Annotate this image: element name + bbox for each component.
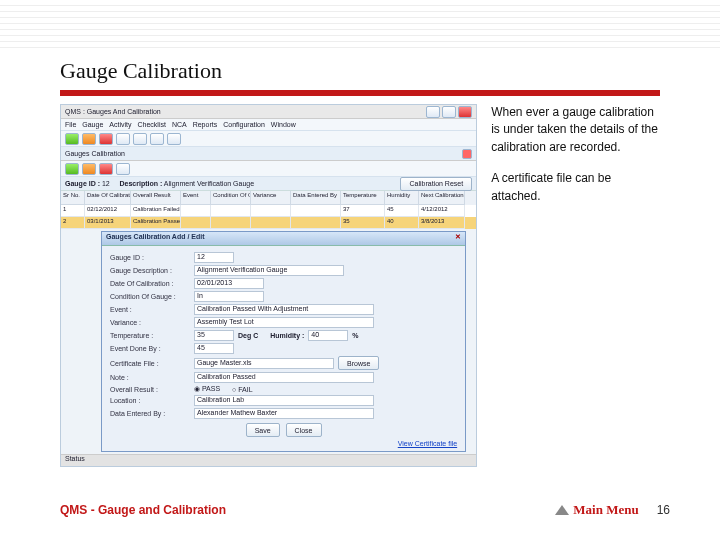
cell [211, 217, 251, 229]
main-menu-label: Main Menu [573, 502, 638, 518]
humidity-label: Humidity : [270, 332, 304, 339]
menu-item[interactable]: File [65, 121, 76, 128]
menu-item[interactable]: NCA [172, 121, 187, 128]
cell: 1 [61, 205, 85, 217]
date-field[interactable]: 02/01/2013 [194, 278, 264, 289]
cell [291, 217, 341, 229]
cell: 35 [341, 217, 385, 229]
browse-button[interactable]: Browse [338, 356, 379, 370]
variance-field[interactable]: Assembly Test Lot [194, 317, 374, 328]
tab-title: Gauges Calibration [65, 150, 125, 157]
cell [211, 205, 251, 217]
field-label: Condition Of Gauge : [110, 293, 190, 300]
add-icon[interactable] [65, 163, 79, 175]
column-header[interactable]: Temperature [341, 191, 385, 205]
menu-item[interactable]: Configuration [223, 121, 265, 128]
menu-item[interactable]: Gauge [82, 121, 103, 128]
gauge-id-field: 12 [194, 252, 234, 263]
field-label: Event : [110, 306, 190, 313]
column-header[interactable]: Sr No. [61, 191, 85, 205]
menu-item[interactable]: Reports [193, 121, 218, 128]
toolbar-icon[interactable] [116, 133, 130, 145]
enteredby-field: Alexander Mathew Baxter [194, 408, 374, 419]
pass-radio[interactable]: ◉ PASS [194, 385, 220, 393]
ruled-background-top [0, 0, 720, 48]
field-label: Gauge ID : [110, 254, 190, 261]
field-label: Variance : [110, 319, 190, 326]
toolbar-icon[interactable] [150, 133, 164, 145]
dialog-close-icon[interactable]: ✕ [455, 233, 461, 244]
description-value: Alignment Verification Gauge [164, 180, 254, 187]
maximize-icon[interactable] [442, 106, 456, 118]
table-row[interactable]: 102/12/2012Calibration Failed37454/12/20… [61, 205, 476, 217]
edit-icon[interactable] [82, 163, 96, 175]
close-button[interactable]: Close [286, 423, 322, 437]
degc-label: Deg C [238, 332, 258, 339]
calibration-reset-button[interactable]: Calibration Reset [400, 177, 472, 191]
field-label: Data Entered By : [110, 410, 190, 417]
certificate-field[interactable]: Gauge Master.xls [194, 358, 334, 369]
save-button[interactable]: Save [246, 423, 280, 437]
event-field[interactable]: Calibration Passed With Adjustment [194, 304, 374, 315]
column-header[interactable]: Condition Of Gauge [211, 191, 251, 205]
view-certificate-link[interactable]: View Certificate file [398, 440, 457, 447]
minimize-icon[interactable] [426, 106, 440, 118]
eventby-field[interactable]: 45 [194, 343, 234, 354]
slide-body-text: When ever a gauge calibration is under t… [491, 104, 660, 219]
add-icon[interactable] [65, 133, 79, 145]
note-field[interactable]: Calibration Passed [194, 372, 374, 383]
subheader: Gauge ID : 12 Description : Alignment Ve… [61, 177, 476, 191]
edit-icon[interactable] [82, 133, 96, 145]
grid-header: Sr No.Date Of CalibrationOverall ResultE… [61, 191, 476, 205]
fail-radio[interactable]: ○ FAIL [232, 386, 253, 393]
field-label: Date Of Calibration : [110, 280, 190, 287]
page-number: 16 [657, 503, 670, 517]
table-row[interactable]: 203/1/2013Calibration Passed35403/8/2013 [61, 217, 476, 229]
cell [181, 205, 211, 217]
field-label: Temperature : [110, 332, 190, 339]
body-paragraph: When ever a gauge calibration is under t… [491, 104, 660, 156]
toolbar-icon[interactable] [116, 163, 130, 175]
cell [181, 217, 211, 229]
cell [251, 205, 291, 217]
column-header[interactable]: Data Entered By [291, 191, 341, 205]
delete-icon[interactable] [99, 133, 113, 145]
inner-toolbar [61, 161, 476, 177]
column-header[interactable]: Event [181, 191, 211, 205]
field-label: Overall Result : [110, 386, 190, 393]
cell: 2 [61, 217, 85, 229]
location-field[interactable]: Calibration Lab [194, 395, 374, 406]
cell: Calibration Failed [131, 205, 181, 217]
menu-item[interactable]: Activity [109, 121, 131, 128]
close-icon[interactable] [458, 106, 472, 118]
cell: 02/12/2012 [85, 205, 131, 217]
menu-item[interactable]: Checklist [137, 121, 165, 128]
title-underline [60, 90, 660, 96]
percent-label: % [352, 332, 358, 339]
field-label: Location : [110, 397, 190, 404]
menubar: File Gauge Activity Checklist NCA Report… [61, 119, 476, 131]
tab-close-icon[interactable] [462, 149, 472, 159]
column-header[interactable]: Variance [251, 191, 291, 205]
column-header[interactable]: Next Calibration Date [419, 191, 465, 205]
cell: 3/8/2013 [419, 217, 465, 229]
cell: 03/1/2013 [85, 217, 131, 229]
column-header[interactable]: Date Of Calibration [85, 191, 131, 205]
gauge-id-label: Gauge ID : [65, 180, 100, 187]
cell: 45 [385, 205, 419, 217]
cell [291, 205, 341, 217]
menu-item[interactable]: Window [271, 121, 296, 128]
column-header[interactable]: Overall Result [131, 191, 181, 205]
delete-icon[interactable] [99, 163, 113, 175]
toolbar-icon[interactable] [167, 133, 181, 145]
column-header[interactable]: Humidity [385, 191, 419, 205]
field-label: Certificate File : [110, 360, 190, 367]
humidity-field[interactable]: 40 [308, 330, 348, 341]
main-menu-link[interactable]: Main Menu [555, 502, 638, 518]
status-bar: Status [61, 454, 476, 466]
description-field: Alignment Verification Gauge [194, 265, 344, 276]
condition-field[interactable]: In [194, 291, 264, 302]
toolbar-icon[interactable] [133, 133, 147, 145]
temperature-field[interactable]: 35 [194, 330, 234, 341]
field-label: Event Done By : [110, 345, 190, 352]
